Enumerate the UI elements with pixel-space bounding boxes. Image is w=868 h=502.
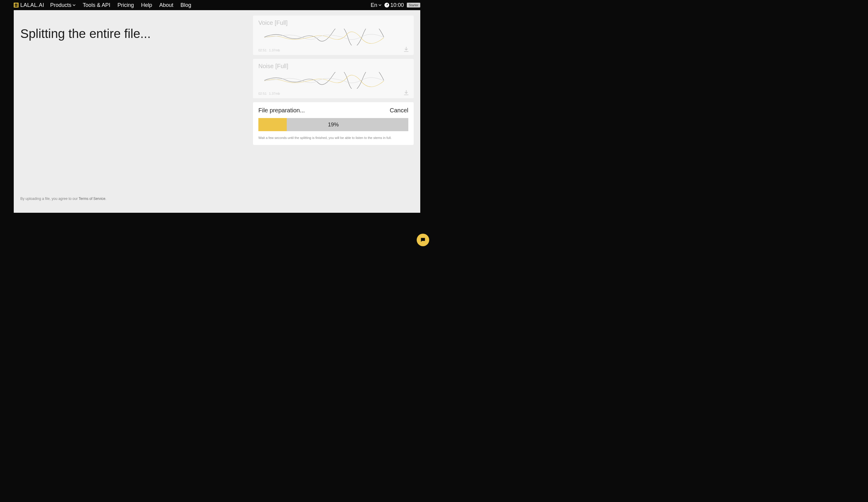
nav-products-label: Products [50, 2, 71, 8]
waveform-icon [258, 29, 390, 45]
nav-help-label: Help [141, 2, 152, 8]
clock-icon [384, 3, 389, 8]
chat-icon [420, 237, 426, 243]
nav-tools-api-label: Tools & API [83, 2, 110, 8]
track-title: Voice [Full] [258, 19, 408, 26]
cancel-button[interactable]: Cancel [390, 107, 408, 114]
nav-products[interactable]: Products [50, 2, 75, 8]
track-meta: 02:51 1.37mb [258, 48, 408, 52]
track-duration: 02:51 [258, 48, 267, 52]
progress-percent: 19% [328, 122, 339, 128]
download-icon[interactable] [403, 46, 410, 53]
nav-about-label: About [159, 2, 173, 8]
language-switcher[interactable]: En [371, 2, 381, 8]
main-content: Splitting the entire file... By uploadin… [14, 10, 420, 213]
track-card-noise: Noise [Full] 02:51 1.37mb [253, 59, 414, 98]
progress-bar: 19% [258, 118, 408, 131]
page-title: Splitting the entire file... [20, 27, 253, 41]
terms-notice: By uploading a file, you agree to our Te… [20, 197, 253, 201]
track-meta: 02:51 1.37mb [258, 92, 408, 95]
left-panel: Splitting the entire file... By uploadin… [14, 10, 253, 213]
terms-link[interactable]: Terms of Service [79, 197, 105, 201]
header-right: En 10:00 Starter [371, 2, 420, 8]
credits-remaining[interactable]: 10:00 [384, 2, 404, 8]
track-card-voice: Voice [Full] 02:51 1.37mb [253, 16, 414, 55]
download-icon[interactable] [403, 89, 410, 96]
credits-time: 10:00 [390, 2, 404, 8]
nav-pricing[interactable]: Pricing [117, 2, 134, 8]
logo-text: LALAL.AI [20, 2, 44, 8]
right-panel: Voice [Full] 02:51 1.37mb Noise [Full] [253, 10, 420, 213]
nav-about[interactable]: About [159, 2, 173, 8]
waveform-icon [258, 72, 390, 89]
track-duration: 02:51 [258, 92, 267, 95]
progress-hint: Wait a few seconds until the splitting i… [258, 136, 408, 140]
track-title: Noise [Full] [258, 63, 408, 70]
language-label: En [371, 2, 377, 8]
track-size: 1.37mb [269, 48, 280, 52]
nav-blog-label: Blog [180, 2, 191, 8]
logo-icon [14, 3, 19, 8]
app-header: LALAL.AI Products Tools & API Pricing He… [0, 0, 434, 10]
progress-fill [258, 118, 287, 131]
plan-badge[interactable]: Starter [407, 3, 420, 8]
terms-suffix: . [105, 197, 106, 201]
chevron-down-icon [73, 3, 75, 7]
chevron-down-icon [379, 3, 381, 7]
progress-header: File preparation... Cancel [258, 107, 408, 114]
nav-blog[interactable]: Blog [180, 2, 191, 8]
logo[interactable]: LALAL.AI [14, 2, 44, 8]
terms-prefix: By uploading a file, you agree to our [20, 197, 79, 201]
nav-pricing-label: Pricing [117, 2, 134, 8]
chat-launcher[interactable] [417, 234, 429, 246]
main-nav: Products Tools & API Pricing Help About … [50, 2, 191, 8]
nav-help[interactable]: Help [141, 2, 152, 8]
track-size: 1.37mb [269, 92, 280, 95]
progress-card: File preparation... Cancel 19% Wait a fe… [253, 102, 414, 145]
progress-title: File preparation... [258, 107, 305, 114]
nav-tools-api[interactable]: Tools & API [83, 2, 110, 8]
